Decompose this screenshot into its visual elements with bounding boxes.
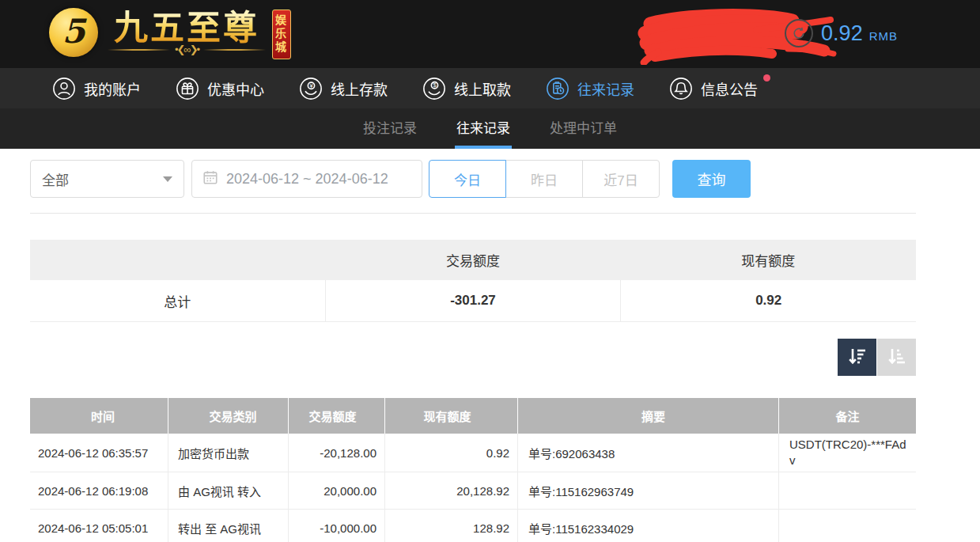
nav-label: 线上取款: [454, 78, 511, 99]
sub-nav: 投注记录 往来记录 处理中订单: [0, 108, 980, 149]
col-header-amount: 交易额度: [289, 398, 385, 434]
main-nav: 我的账户 优惠中心 ¥ 线上存款: [0, 68, 980, 108]
cell-remark: USDT(TRC20)-***FAdv: [779, 434, 916, 472]
logo-monogram-icon: 5: [49, 8, 98, 57]
summary-header-empty: [30, 240, 325, 280]
col-header-type: 交易类别: [168, 398, 289, 434]
summary-header-current-amount: 现有额度: [621, 240, 916, 280]
nav-item-my-account[interactable]: 我的账户: [52, 77, 141, 100]
summary-header-row: 交易额度 现有额度: [30, 240, 916, 280]
nav-item-deposit[interactable]: ¥ 线上存款: [299, 77, 388, 100]
records-icon: [546, 77, 569, 100]
tab-transaction-records[interactable]: 往来记录: [455, 108, 512, 149]
sort-ascending-icon: [886, 345, 908, 370]
last-7-days-button[interactable]: 近7日: [582, 160, 660, 198]
notification-dot: [763, 74, 770, 81]
chevron-down-icon: [163, 176, 172, 182]
user-icon: [52, 77, 76, 100]
cell-time: 2024-06-12 06:19:08: [30, 472, 168, 509]
date-range-input[interactable]: 2024-06-12 ~ 2024-06-12: [191, 160, 422, 198]
type-select-value: 全部: [42, 169, 69, 189]
cell-summary: 单号:115162963749: [518, 472, 779, 509]
deposit-icon: ¥: [299, 77, 323, 100]
yesterday-button[interactable]: 昨日: [505, 160, 583, 198]
cell-balance: 20,128.92: [385, 472, 518, 509]
col-header-summary: 摘要: [518, 398, 779, 434]
nav-item-announcements[interactable]: 信息公告: [669, 77, 758, 100]
cell-type: 转出 至 AG视讯: [168, 510, 289, 542]
filter-row: 全部 2024-06-12 ~ 2024-06-12 今日 昨日: [30, 160, 916, 198]
search-button[interactable]: 查询: [672, 160, 751, 198]
cell-amount: 20,000.00: [289, 472, 385, 509]
bell-icon: [669, 77, 693, 100]
records-table: 时间 交易类别 交易额度 现有额度 摘要 备注 2024-06-12 06:35…: [30, 398, 916, 542]
sort-controls: [30, 339, 916, 376]
cell-balance: 0.92: [385, 434, 518, 472]
nav-label: 信息公告: [701, 78, 758, 99]
calendar-icon: [202, 169, 218, 189]
summary-total-row: 总计 -301.27 0.92: [30, 280, 916, 322]
withdraw-icon: $: [422, 77, 446, 100]
date-range-value: 2024-06-12 ~ 2024-06-12: [226, 171, 388, 188]
summary-current-amount: 0.92: [620, 280, 916, 321]
today-button[interactable]: 今日: [429, 160, 506, 198]
balance-currency: RMB: [869, 25, 898, 43]
cell-time: 2024-06-12 05:05:01: [30, 510, 168, 542]
cell-balance: 128.92: [385, 510, 518, 542]
cell-type: 由 AG视讯 转入: [168, 472, 289, 509]
cell-time: 2024-06-12 06:35:57: [30, 434, 168, 472]
sort-descending-icon: [846, 345, 868, 370]
nav-label: 我的账户: [84, 78, 141, 99]
summary-table: 交易额度 现有额度 总计 -301.27 0.92: [30, 240, 916, 322]
records-header-row: 时间 交易类别 交易额度 现有额度 摘要 备注: [30, 398, 916, 434]
nav-label: 优惠中心: [207, 78, 264, 99]
cell-summary: 单号:115162334029: [518, 510, 779, 542]
content: 全部 2024-06-12 ~ 2024-06-12 今日 昨日: [0, 160, 980, 542]
site-logo[interactable]: 5 九五至尊 •❮∞❯• 娱乐城: [49, 8, 291, 59]
logo-flourish: •❮∞❯•: [108, 46, 266, 54]
top-header: 5 九五至尊 •❮∞❯• 娱乐城: [0, 0, 980, 68]
refresh-balance-icon[interactable]: [785, 19, 813, 47]
quick-date-buttons: 今日 昨日 近7日: [429, 160, 660, 198]
table-row: 2024-06-12 05:05:01 转出 至 AG视讯 -10,000.00…: [30, 510, 916, 542]
nav-label: 线上存款: [331, 78, 388, 99]
cell-remark: [779, 472, 916, 509]
cell-type: 加密货币出款: [168, 434, 289, 472]
table-row: 2024-06-12 06:19:08 由 AG视讯 转入 20,000.00 …: [30, 472, 916, 510]
summary-header-transaction-amount: 交易额度: [325, 240, 620, 280]
balance-amount: 0.92: [821, 21, 863, 46]
cell-remark: [779, 510, 916, 542]
logo-monogram: 5: [62, 12, 85, 51]
nav-item-transaction-records[interactable]: 往来记录: [546, 77, 634, 100]
summary-transaction-amount: -301.27: [325, 280, 621, 321]
divider: [30, 213, 916, 214]
page: 5 九五至尊 •❮∞❯• 娱乐城: [0, 0, 980, 542]
logo-badge: 娱乐城: [272, 9, 291, 59]
col-header-remark: 备注: [779, 398, 916, 434]
nav-label: 往来记录: [577, 78, 634, 99]
table-row: 2024-06-12 06:35:57 加密货币出款 -20,128.00 0.…: [30, 434, 916, 472]
sort-descending-button[interactable]: [838, 339, 876, 376]
balance-area: 0.92 RMB: [785, 19, 898, 47]
type-select[interactable]: 全部: [30, 160, 184, 198]
col-header-time: 时间: [30, 398, 168, 434]
logo-title: 九五至尊: [114, 8, 259, 47]
cell-summary: 单号:692063438: [518, 434, 779, 472]
col-header-balance: 现有额度: [385, 398, 518, 434]
gift-icon: [176, 77, 199, 100]
sort-ascending-button[interactable]: [877, 339, 916, 376]
tab-processing-orders[interactable]: 处理中订单: [548, 108, 619, 149]
tab-betting-records[interactable]: 投注记录: [361, 108, 418, 149]
cell-amount: -10,000.00: [289, 510, 385, 542]
nav-item-promotions[interactable]: 优惠中心: [176, 77, 264, 100]
summary-total-label: 总计: [30, 280, 325, 321]
cell-amount: -20,128.00: [289, 434, 385, 472]
nav-item-withdraw[interactable]: $ 线上取款: [422, 77, 511, 100]
